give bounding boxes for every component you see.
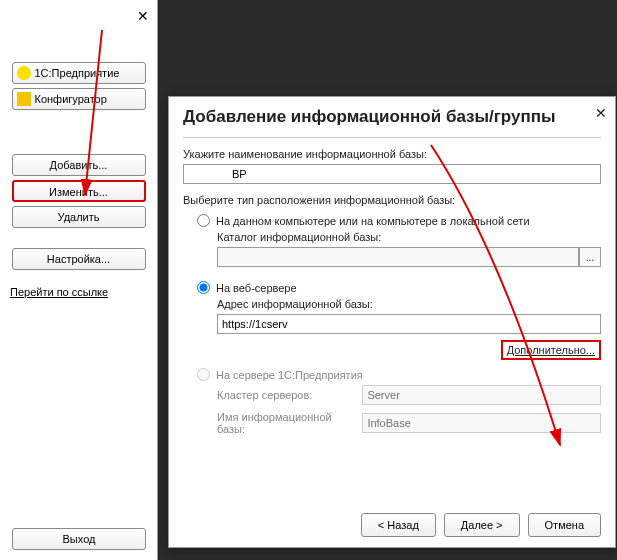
- goto-link[interactable]: Перейти по ссылке: [10, 286, 147, 298]
- radio-local[interactable]: [197, 214, 210, 227]
- radio-local-label: На данном компьютере или на компьютере в…: [216, 215, 530, 227]
- enterprise-label: 1С:Предприятие: [35, 67, 120, 79]
- exit-button[interactable]: Выход: [12, 528, 146, 550]
- ibname-label: Имя информационной базы:: [217, 411, 356, 435]
- folder-input: [217, 247, 579, 267]
- url-input[interactable]: [217, 314, 601, 334]
- url-label: Адрес информационной базы:: [217, 298, 601, 310]
- additional-link[interactable]: Дополнительно...: [501, 340, 601, 360]
- configurator-label: Конфигуратор: [35, 93, 107, 105]
- cancel-button[interactable]: Отмена: [528, 513, 601, 537]
- divider: [183, 137, 601, 138]
- edit-button[interactable]: Изменить...: [12, 180, 146, 202]
- delete-button[interactable]: Удалить: [12, 206, 146, 228]
- configurator-icon: [17, 92, 31, 106]
- back-button[interactable]: < Назад: [361, 513, 436, 537]
- radio-server[interactable]: [197, 368, 210, 381]
- next-button[interactable]: Далее >: [444, 513, 520, 537]
- settings-button[interactable]: Настройка...: [12, 248, 146, 270]
- ibname-input: [362, 413, 601, 433]
- radio-web-label: На веб-сервере: [216, 282, 297, 294]
- cluster-input: [362, 385, 601, 405]
- type-label: Выберите тип расположения информационной…: [183, 194, 601, 206]
- name-input[interactable]: [183, 164, 601, 184]
- folder-label: Каталог информационной базы:: [217, 231, 601, 243]
- launcher-panel: ✕ 1С:Предприятие Конфигуратор Добавить..…: [0, 0, 158, 560]
- close-icon[interactable]: ✕: [595, 105, 607, 121]
- radio-server-label: На сервере 1С:Предприятия: [216, 369, 363, 381]
- enterprise-button[interactable]: 1С:Предприятие: [12, 62, 146, 84]
- name-label: Укажите наименование информационной базы…: [183, 148, 601, 160]
- 1c-icon: [17, 66, 31, 80]
- browse-button[interactable]: ...: [579, 247, 601, 267]
- configurator-button[interactable]: Конфигуратор: [12, 88, 146, 110]
- dialog-title: Добавление информационной базы/группы: [169, 97, 615, 133]
- close-icon[interactable]: ✕: [137, 8, 149, 24]
- add-infobase-dialog: Добавление информационной базы/группы ✕ …: [168, 96, 616, 548]
- add-button[interactable]: Добавить...: [12, 154, 146, 176]
- radio-web[interactable]: [197, 281, 210, 294]
- cluster-label: Кластер серверов:: [217, 389, 356, 401]
